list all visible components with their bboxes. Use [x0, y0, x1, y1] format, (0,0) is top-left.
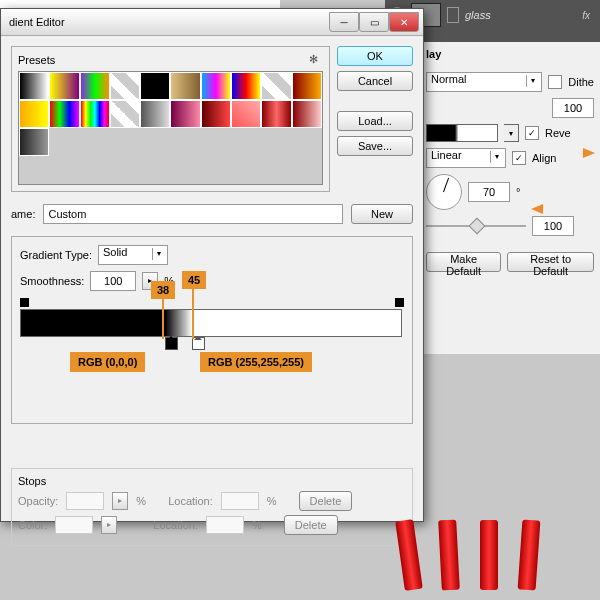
preset-empty — [49, 128, 79, 156]
preset-swatch[interactable] — [201, 100, 231, 128]
preset-swatch[interactable] — [49, 72, 79, 100]
location-label: Location: — [153, 519, 198, 531]
smoothness-input[interactable] — [90, 271, 136, 291]
preset-swatch[interactable] — [110, 72, 140, 100]
preset-swatch[interactable] — [49, 100, 79, 128]
gradient-type-select[interactable]: Solid▾ — [98, 245, 168, 265]
annotation-arrow-icon — [555, 146, 595, 160]
angle-input[interactable] — [468, 182, 510, 202]
color-swatch — [55, 516, 93, 534]
preset-swatch[interactable] — [292, 100, 322, 128]
new-button[interactable]: New — [351, 204, 413, 224]
color-stop-black[interactable] — [165, 337, 178, 350]
delete-color-button: Delete — [284, 515, 338, 535]
reverse-label: Reve — [545, 127, 571, 139]
gradient-overlay-panel: lay Normal▾ Dithe ▾ ✓ Reve Linear▾ ✓ Ali… — [419, 42, 600, 354]
preset-swatches — [18, 71, 323, 185]
preset-empty — [80, 156, 110, 184]
preset-swatch[interactable] — [231, 72, 261, 100]
preset-swatch[interactable] — [292, 72, 322, 100]
preset-swatch[interactable] — [261, 100, 291, 128]
load-button[interactable]: Load... — [337, 111, 413, 131]
preset-swatch[interactable] — [170, 72, 200, 100]
align-label: Align — [532, 152, 556, 164]
gradient-dropdown-icon[interactable]: ▾ — [504, 124, 519, 142]
preset-swatch[interactable] — [19, 128, 49, 156]
gradient-preview[interactable] — [426, 124, 498, 142]
preset-empty — [201, 156, 231, 184]
preset-swatch[interactable] — [19, 100, 49, 128]
location-label: Location: — [168, 495, 213, 507]
presets-label: Presets — [18, 54, 55, 66]
gradient-type-group: Gradient Type: Solid▾ Smoothness: ▸ % 38… — [11, 236, 413, 424]
opacity-input[interactable] — [552, 98, 594, 118]
style-select[interactable]: Linear▾ — [426, 148, 506, 168]
preset-empty — [170, 156, 200, 184]
preset-swatch[interactable] — [231, 100, 261, 128]
location-input — [206, 516, 244, 534]
annotation-rgb-white: RGB (255,255,255) — [200, 352, 312, 372]
blend-mode-select[interactable]: Normal▾ — [426, 72, 542, 92]
preset-empty — [49, 156, 79, 184]
preset-swatch[interactable] — [80, 100, 110, 128]
preset-empty — [80, 128, 110, 156]
minimize-button[interactable]: ─ — [329, 12, 359, 32]
link-icon[interactable] — [447, 7, 459, 23]
dialog-title: dient Editor — [1, 16, 329, 28]
preset-empty — [261, 156, 291, 184]
reset-default-button[interactable]: Reset to Default — [507, 252, 594, 272]
chevron-down-icon: ▾ — [490, 151, 503, 163]
preset-swatch[interactable] — [140, 100, 170, 128]
preset-empty — [292, 128, 322, 156]
preset-swatch[interactable] — [19, 72, 49, 100]
stepper-icon: ▸ — [112, 492, 128, 510]
preset-swatch[interactable] — [140, 72, 170, 100]
preset-empty — [261, 128, 291, 156]
stepper-icon: ▸ — [101, 516, 117, 534]
make-default-button[interactable]: Make Default — [426, 252, 501, 272]
gradient-editor-dialog: dient Editor ─ ▭ ✕ Presets OK Cancel Loa… — [0, 8, 424, 522]
close-button[interactable]: ✕ — [389, 12, 419, 32]
preset-swatch[interactable] — [201, 72, 231, 100]
name-label: ame: — [11, 208, 35, 220]
maximize-button[interactable]: ▭ — [359, 12, 389, 32]
preset-swatch[interactable] — [80, 72, 110, 100]
align-checkbox[interactable]: ✓ — [512, 151, 526, 165]
ok-button[interactable]: OK — [337, 46, 413, 66]
stops-group: Stops Opacity: ▸ % Location: % Delete Co… — [11, 468, 413, 546]
chevron-down-icon: ▾ — [526, 75, 539, 87]
preset-swatch[interactable] — [261, 72, 291, 100]
canvas-artwork — [370, 520, 550, 600]
annotation-line — [192, 287, 194, 339]
preset-empty — [292, 156, 322, 184]
presets-group: Presets — [11, 46, 330, 192]
scale-input[interactable] — [532, 216, 574, 236]
preset-empty — [170, 128, 200, 156]
gradient-bar[interactable] — [20, 309, 404, 337]
preset-empty — [110, 128, 140, 156]
preset-empty — [140, 128, 170, 156]
preset-swatch[interactable] — [110, 100, 140, 128]
opacity-stop[interactable] — [20, 298, 29, 307]
smoothness-label: Smoothness: — [20, 275, 84, 287]
reverse-checkbox[interactable]: ✓ — [525, 126, 539, 140]
opacity-stop[interactable] — [395, 298, 404, 307]
cancel-button[interactable]: Cancel — [337, 71, 413, 91]
preset-empty — [231, 128, 261, 156]
annotation-rgb-black: RGB (0,0,0) — [70, 352, 145, 372]
opacity-input — [66, 492, 104, 510]
gear-icon[interactable] — [309, 53, 323, 67]
dither-checkbox[interactable] — [548, 75, 562, 89]
color-label: Color: — [18, 519, 47, 531]
titlebar[interactable]: dient Editor ─ ▭ ✕ — [1, 9, 423, 36]
fx-badge[interactable]: fx — [582, 10, 596, 21]
layer-name[interactable]: glass — [465, 9, 491, 21]
save-button[interactable]: Save... — [337, 136, 413, 156]
angle-dial[interactable] — [426, 174, 462, 210]
stops-label: Stops — [18, 475, 406, 487]
preset-empty — [110, 156, 140, 184]
preset-swatch[interactable] — [170, 100, 200, 128]
scale-slider[interactable] — [426, 225, 526, 227]
name-input[interactable] — [43, 204, 343, 224]
panel-title: lay — [426, 48, 594, 60]
